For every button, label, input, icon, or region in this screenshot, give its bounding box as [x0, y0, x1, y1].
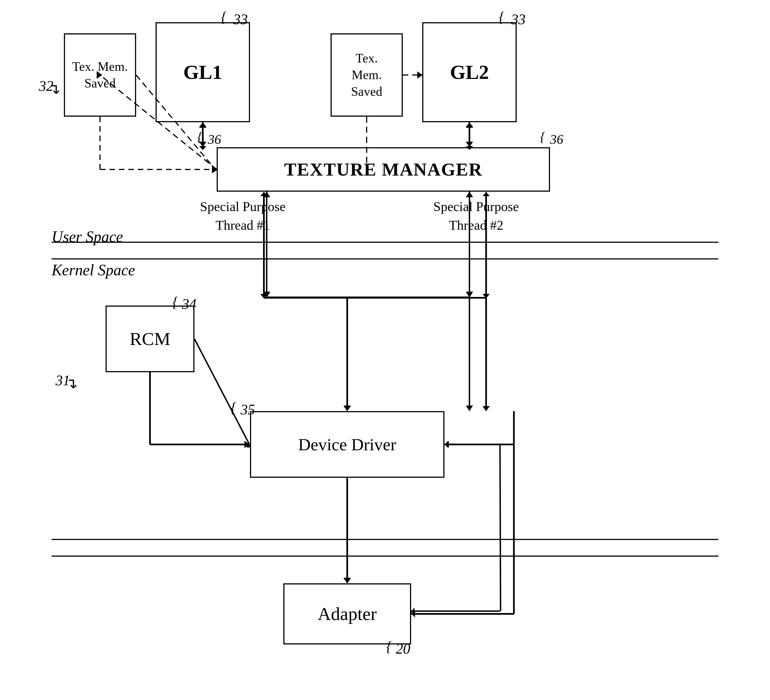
svg-marker-19	[344, 406, 351, 411]
hardware-line	[52, 539, 718, 540]
rcm-box: RCM	[105, 306, 194, 372]
svg-marker-47	[260, 192, 267, 196]
svg-marker-65	[344, 578, 351, 584]
svg-marker-7	[466, 142, 473, 147]
svg-marker-46	[260, 294, 267, 298]
curly-35: {	[231, 399, 236, 416]
user-space-label: User Space	[52, 228, 123, 246]
diagram: Tex. Mem. Saved GL1 33 { Tex.Mem.Saved G…	[0, 0, 770, 700]
curly-36-2: {	[540, 129, 545, 144]
texture-manager-box: TEXTURE MANAGER	[217, 147, 550, 192]
device-driver-box: Device Driver	[250, 411, 445, 478]
svg-marker-43	[466, 123, 473, 127]
svg-marker-15	[466, 292, 473, 298]
svg-marker-25	[344, 578, 351, 584]
svg-marker-49	[482, 294, 490, 298]
kernel-space-line	[52, 258, 718, 259]
svg-marker-58	[244, 441, 249, 448]
ref36-1-label: 36	[208, 132, 221, 147]
ref20-label: 20	[396, 640, 410, 657]
svg-marker-39	[199, 146, 206, 150]
gl2-box: GL2	[422, 22, 517, 122]
svg-line-26	[500, 445, 501, 611]
curly-1: {	[221, 9, 226, 25]
ref36-2-label: 36	[550, 132, 563, 147]
curly-31: ↴	[66, 375, 78, 392]
svg-marker-5	[199, 122, 206, 128]
user-space-line	[52, 242, 718, 243]
hardware-line-2	[52, 556, 718, 557]
svg-marker-55	[482, 406, 490, 411]
svg-marker-16	[466, 192, 473, 197]
svg-marker-8	[466, 122, 473, 128]
curly-32: ↴	[49, 81, 61, 97]
svg-marker-63	[412, 610, 415, 618]
svg-marker-61	[446, 441, 449, 448]
ref34-label: 34	[182, 296, 196, 312]
spt2-label: Special PurposeThread #2	[434, 197, 519, 234]
svg-line-22	[194, 339, 249, 445]
svg-marker-12	[263, 292, 270, 298]
gl1-box: GL1	[155, 22, 250, 122]
spt1-label: Special PurposeThread #1	[200, 197, 286, 234]
svg-marker-10	[417, 71, 423, 79]
ref35-label: 35	[241, 401, 255, 418]
svg-marker-40	[199, 123, 206, 127]
tex-mem-saved-2-box: Tex.Mem.Saved	[330, 33, 403, 117]
ref33-2-label: 33	[511, 11, 526, 27]
curly-20: {	[386, 639, 392, 655]
svg-marker-50	[482, 192, 490, 196]
curly-36-1: {	[197, 129, 202, 144]
tex-mem-saved-1-box: Tex. Mem. Saved	[64, 33, 136, 117]
kernel-space-label: Kernel Space	[52, 261, 135, 279]
svg-marker-53	[344, 406, 351, 411]
adapter-box: Adapter	[283, 584, 411, 645]
curly-2: {	[498, 9, 505, 25]
ref33-1-label: 33	[233, 11, 248, 27]
svg-marker-28	[445, 441, 448, 448]
svg-marker-21	[466, 406, 473, 411]
curly-34: {	[172, 294, 178, 310]
svg-marker-13	[263, 192, 270, 197]
svg-marker-30	[412, 608, 414, 615]
